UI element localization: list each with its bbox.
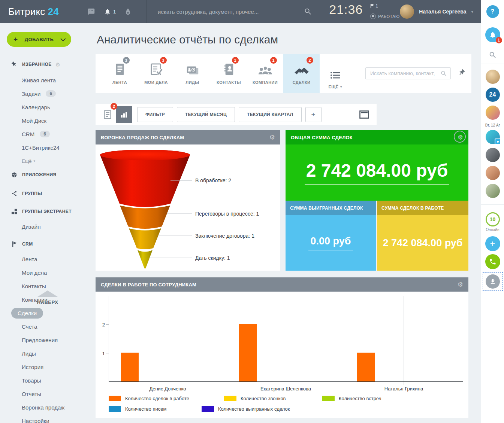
download-icon [489, 278, 496, 285]
user-menu[interactable]: Наталья Сергеева ▾ [400, 0, 481, 23]
bar[interactable] [121, 353, 139, 381]
apps-header[interactable]: ПРИЛОЖЕНИЯ [10, 171, 90, 178]
avatar[interactable] [486, 70, 500, 84]
sidebar-item-live-feed[interactable]: Живая лента [0, 73, 90, 87]
topbar-icons: 1 [87, 0, 146, 23]
online-count-button[interactable]: 10 [486, 212, 500, 226]
collapse-widgets-button[interactable]: ▾ [454, 131, 466, 143]
chevron-down-icon: ▾ [459, 134, 461, 139]
notifications-button[interactable]: 1 [485, 27, 500, 42]
won-deals-value[interactable]: 0.00 руб [308, 235, 353, 250]
global-search-input[interactable] [157, 8, 304, 15]
pulse-drop-icon[interactable] [125, 8, 131, 15]
current-month-button[interactable]: ТЕКУЩИЙ МЕСЯЦ [177, 107, 235, 122]
tab-deals[interactable]: 2 СДЕЛКИ [283, 54, 320, 93]
user-avatar[interactable] [400, 4, 414, 19]
sidebar-item-calendar[interactable]: Календарь [0, 100, 90, 114]
search-icon[interactable] [489, 51, 497, 59]
invite-button[interactable]: + [485, 236, 500, 251]
sidebar-item-tasks[interactable]: Задачи6 [0, 87, 90, 100]
sidebar-item-sales-funnel[interactable]: Воронка продаж [0, 401, 90, 414]
avatar[interactable] [486, 166, 500, 180]
sidebar-item-crm[interactable]: CRM6 [0, 127, 90, 141]
search-icon[interactable] [440, 70, 447, 77]
list-icon [330, 71, 341, 79]
chat-icon[interactable] [87, 8, 95, 16]
gear-icon[interactable]: ⚙ [55, 62, 60, 67]
bar[interactable] [357, 353, 375, 381]
gridline [286, 296, 286, 385]
page-title: Аналитические отчёты по сделкам [97, 33, 481, 46]
layout-window-icon[interactable] [359, 110, 369, 119]
camera-badge-icon [495, 139, 501, 145]
x-axis-line [109, 381, 463, 382]
tab-leads[interactable]: ЛИДЫ [174, 54, 211, 93]
tab-feed[interactable]: 3 ЛЕНТА [102, 54, 138, 93]
extranet-header[interactable]: ГРУППЫ ЭКСТРАНЕТ [10, 208, 90, 215]
gear-icon[interactable]: ⚙ [269, 134, 275, 141]
companies-badge: 1 [270, 57, 277, 64]
sidebar-item-my-drive[interactable]: Мой Диск [0, 114, 90, 127]
status-label: РАБОТАЮ [378, 14, 399, 19]
bar-chart-icon [120, 110, 128, 119]
logo[interactable]: Битрикс 24 [0, 0, 87, 23]
sidebar-item-leads[interactable]: Лиды [0, 347, 90, 360]
worktime-clock[interactable]: 21:36 1 РАБОТАЮ [319, 0, 400, 23]
tasks-badge: 6 [46, 90, 56, 97]
sidebar-item-more[interactable]: Ещё▾ [0, 154, 90, 168]
sidebar-item-deals[interactable]: Сделки [0, 306, 90, 320]
notifications-bell-icon[interactable]: 1 [104, 8, 116, 15]
flag-count: 1 [375, 3, 378, 9]
gridline [168, 296, 168, 385]
deals-by-employee-widget: СДЕЛКИ В РАБОТЕ ПО СОТРУДНИКАМ ⚙ Денис Д… [96, 277, 468, 418]
avatar[interactable] [486, 184, 500, 198]
total-widget-title: ОБЩАЯ СУММА СДЕЛОК [291, 135, 353, 140]
download-button[interactable] [486, 274, 500, 289]
clock-time: 21:36 [329, 2, 363, 17]
sidebar-item-reports[interactable]: Отчеты [0, 387, 90, 401]
filter-button[interactable]: ФИЛЬТР [137, 107, 173, 122]
legend-swatch [109, 406, 121, 412]
work-status[interactable]: РАБОТАЮ [370, 13, 399, 19]
crm-section-header[interactable]: CRM [10, 241, 90, 247]
avatar[interactable] [486, 148, 500, 162]
sidebar-item-quotes[interactable]: Предложения [0, 333, 90, 347]
chart-view-button[interactable] [116, 106, 132, 123]
phone-button[interactable] [485, 254, 500, 269]
tab-my-activities[interactable]: 3 МОИ ДЕЛА [138, 54, 174, 93]
sidebar-item-products[interactable]: Товары [0, 374, 90, 387]
tab-contacts[interactable]: 1 КОНТАКТЫ [211, 54, 247, 93]
avatar[interactable] [486, 106, 500, 120]
bar[interactable] [239, 324, 257, 381]
search-icon[interactable] [304, 7, 312, 16]
scroll-top-button[interactable]: НАВЕРХ [36, 290, 60, 305]
sales-funnel-widget: ВОРОНКА ПРОДАЖ ПО СДЕЛКАМ ⚙ [96, 130, 280, 271]
sidebar-item-design[interactable]: Дизайн [0, 220, 90, 233]
help-button[interactable]: ? [486, 5, 499, 18]
pin-icon[interactable] [458, 69, 465, 76]
current-quarter-button[interactable]: ТЕКУЩИЙ КВАРТАЛ [239, 107, 301, 122]
chevron-down-icon: ▾ [34, 159, 36, 163]
tab-companies[interactable]: 1 КОМПАНИИ [247, 54, 283, 93]
groups-header[interactable]: ГРУППЫ [10, 190, 90, 197]
sidebar-item-1c-bitrix24[interactable]: 1С+Битрикс24 [0, 141, 90, 154]
bitrix24-badge[interactable]: 24 [486, 88, 500, 102]
avatar[interactable] [486, 130, 500, 144]
chevron-down-icon [60, 36, 66, 42]
online-label: Онлайн [486, 228, 500, 232]
sidebar-item-crm-feed[interactable]: Лента [0, 252, 90, 266]
entity-search-input[interactable] [369, 70, 440, 77]
add-button[interactable]: + ДОБАВИТЬ [7, 32, 71, 47]
sidebar-item-settings[interactable]: Настройки [0, 414, 90, 423]
bar-category-label: Денис Донченко [149, 386, 186, 392]
add-filter-button[interactable]: + [305, 107, 322, 122]
sidebar-item-my-activities[interactable]: Мои дела [0, 266, 90, 279]
chevron-down-icon: ▾ [471, 9, 473, 14]
sidebar-item-invoices[interactable]: Счета [0, 320, 90, 333]
feed-badge: 3 [123, 57, 130, 64]
total-deals-value[interactable]: 2 742 084.00 руб [305, 160, 450, 185]
tab-more[interactable]: ЕЩЁ▾ [320, 54, 351, 93]
favorites-header: ИЗБРАННОЕ ⚙ [10, 61, 90, 68]
sidebar-item-history[interactable]: История [0, 360, 90, 374]
gear-icon[interactable]: ⚙ [458, 282, 463, 288]
